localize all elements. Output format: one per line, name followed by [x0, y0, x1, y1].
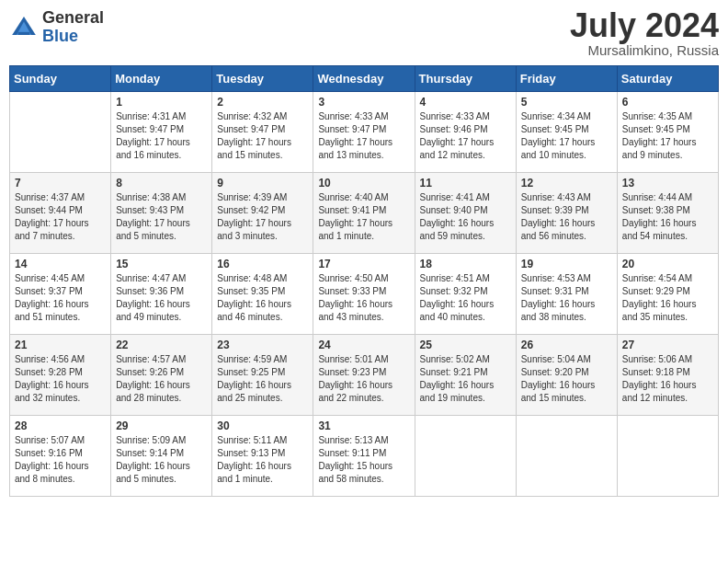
week-row-2: 7Sunrise: 4:37 AMSunset: 9:44 PMDaylight…: [10, 173, 719, 254]
calendar-cell: 27Sunrise: 5:06 AMSunset: 9:18 PMDayligh…: [617, 335, 718, 416]
day-number: 11: [420, 177, 511, 190]
day-number: 16: [217, 258, 308, 270]
day-number: 22: [116, 339, 207, 351]
calendar-cell: 16Sunrise: 4:48 AMSunset: 9:35 PMDayligh…: [212, 254, 313, 335]
day-info: Sunrise: 5:01 AMSunset: 9:23 PMDaylight:…: [318, 353, 409, 405]
calendar-table: SundayMondayTuesdayWednesdayThursdayFrid…: [9, 65, 719, 497]
day-number: 8: [116, 177, 207, 190]
day-info: Sunrise: 4:57 AMSunset: 9:26 PMDaylight:…: [116, 353, 207, 405]
calendar-cell: [10, 92, 111, 173]
day-number: 25: [420, 339, 511, 351]
calendar-body: 1Sunrise: 4:31 AMSunset: 9:47 PMDaylight…: [10, 92, 719, 497]
week-row-5: 28Sunrise: 5:07 AMSunset: 9:16 PMDayligh…: [10, 416, 719, 497]
day-info: Sunrise: 4:39 AMSunset: 9:42 PMDaylight:…: [217, 191, 308, 243]
header-cell-saturday: Saturday: [617, 66, 718, 92]
day-info: Sunrise: 4:40 AMSunset: 9:41 PMDaylight:…: [318, 191, 409, 243]
calendar-cell: 19Sunrise: 4:53 AMSunset: 9:31 PMDayligh…: [516, 254, 617, 335]
header-cell-friday: Friday: [516, 66, 617, 92]
logo: General Blue: [9, 9, 104, 46]
page-header: General Blue July 2024 Mursalimkino, Rus…: [9, 9, 719, 58]
calendar-cell: 22Sunrise: 4:57 AMSunset: 9:26 PMDayligh…: [111, 335, 212, 416]
day-info: Sunrise: 5:06 AMSunset: 9:18 PMDaylight:…: [622, 353, 713, 405]
calendar-cell: 13Sunrise: 4:44 AMSunset: 9:38 PMDayligh…: [617, 173, 718, 254]
day-info: Sunrise: 4:44 AMSunset: 9:38 PMDaylight:…: [622, 191, 713, 243]
day-number: 24: [318, 339, 409, 351]
calendar-cell: 17Sunrise: 4:50 AMSunset: 9:33 PMDayligh…: [313, 254, 415, 335]
calendar-cell: 21Sunrise: 4:56 AMSunset: 9:28 PMDayligh…: [10, 335, 111, 416]
calendar-cell: 10Sunrise: 4:40 AMSunset: 9:41 PMDayligh…: [313, 173, 415, 254]
day-info: Sunrise: 4:43 AMSunset: 9:39 PMDaylight:…: [521, 191, 612, 243]
header-cell-thursday: Thursday: [415, 66, 516, 92]
header-cell-tuesday: Tuesday: [212, 66, 313, 92]
day-info: Sunrise: 4:34 AMSunset: 9:45 PMDaylight:…: [521, 110, 612, 162]
day-number: 14: [15, 258, 106, 270]
day-info: Sunrise: 4:54 AMSunset: 9:29 PMDaylight:…: [622, 272, 713, 324]
day-info: Sunrise: 4:47 AMSunset: 9:36 PMDaylight:…: [116, 272, 207, 324]
svg-rect-2: [18, 32, 30, 35]
day-number: 3: [318, 96, 409, 109]
day-number: 19: [521, 258, 612, 270]
day-number: 17: [318, 258, 409, 270]
calendar-cell: 1Sunrise: 4:31 AMSunset: 9:47 PMDaylight…: [111, 92, 212, 173]
calendar-cell: 29Sunrise: 5:09 AMSunset: 9:14 PMDayligh…: [111, 416, 212, 497]
calendar-cell: 4Sunrise: 4:33 AMSunset: 9:46 PMDaylight…: [415, 92, 516, 173]
day-info: Sunrise: 4:32 AMSunset: 9:47 PMDaylight:…: [217, 110, 308, 162]
logo-blue: Blue: [42, 28, 104, 46]
day-number: 27: [622, 339, 713, 351]
day-info: Sunrise: 5:07 AMSunset: 9:16 PMDaylight:…: [15, 434, 106, 486]
calendar-cell: 2Sunrise: 4:32 AMSunset: 9:47 PMDaylight…: [212, 92, 313, 173]
day-info: Sunrise: 5:09 AMSunset: 9:14 PMDaylight:…: [116, 434, 207, 486]
day-info: Sunrise: 5:11 AMSunset: 9:13 PMDaylight:…: [217, 434, 308, 486]
calendar-cell: 3Sunrise: 4:33 AMSunset: 9:47 PMDaylight…: [313, 92, 415, 173]
calendar-cell: 15Sunrise: 4:47 AMSunset: 9:36 PMDayligh…: [111, 254, 212, 335]
calendar-cell: 18Sunrise: 4:51 AMSunset: 9:32 PMDayligh…: [415, 254, 516, 335]
day-info: Sunrise: 4:45 AMSunset: 9:37 PMDaylight:…: [15, 272, 106, 324]
day-info: Sunrise: 4:35 AMSunset: 9:45 PMDaylight:…: [622, 110, 713, 162]
day-info: Sunrise: 5:13 AMSunset: 9:11 PMDaylight:…: [318, 434, 409, 486]
calendar-cell: [415, 416, 516, 497]
calendar-cell: 30Sunrise: 5:11 AMSunset: 9:13 PMDayligh…: [212, 416, 313, 497]
day-number: 28: [15, 419, 106, 432]
day-number: 18: [420, 258, 511, 270]
week-row-1: 1Sunrise: 4:31 AMSunset: 9:47 PMDaylight…: [10, 92, 719, 173]
day-number: 6: [622, 96, 713, 109]
day-info: Sunrise: 4:31 AMSunset: 9:47 PMDaylight:…: [116, 110, 207, 162]
day-number: 4: [420, 96, 511, 109]
day-info: Sunrise: 4:48 AMSunset: 9:35 PMDaylight:…: [217, 272, 308, 324]
calendar-cell: 24Sunrise: 5:01 AMSunset: 9:23 PMDayligh…: [313, 335, 415, 416]
calendar-cell: 5Sunrise: 4:34 AMSunset: 9:45 PMDaylight…: [516, 92, 617, 173]
day-number: 10: [318, 177, 409, 190]
header-row: SundayMondayTuesdayWednesdayThursdayFrid…: [10, 66, 719, 92]
calendar-cell: 14Sunrise: 4:45 AMSunset: 9:37 PMDayligh…: [10, 254, 111, 335]
day-info: Sunrise: 5:02 AMSunset: 9:21 PMDaylight:…: [420, 353, 511, 405]
day-number: 9: [217, 177, 308, 190]
header-cell-sunday: Sunday: [10, 66, 111, 92]
calendar-cell: 6Sunrise: 4:35 AMSunset: 9:45 PMDaylight…: [617, 92, 718, 173]
calendar-cell: 28Sunrise: 5:07 AMSunset: 9:16 PMDayligh…: [10, 416, 111, 497]
location: Mursalimkino, Russia: [570, 42, 719, 58]
day-number: 2: [217, 96, 308, 109]
logo-icon: [9, 13, 39, 42]
day-number: 30: [217, 419, 308, 432]
header-cell-monday: Monday: [111, 66, 212, 92]
day-number: 26: [521, 339, 612, 351]
calendar-cell: 12Sunrise: 4:43 AMSunset: 9:39 PMDayligh…: [516, 173, 617, 254]
calendar-cell: 8Sunrise: 4:38 AMSunset: 9:43 PMDaylight…: [111, 173, 212, 254]
calendar-cell: 11Sunrise: 4:41 AMSunset: 9:40 PMDayligh…: [415, 173, 516, 254]
logo-general: General: [42, 9, 104, 28]
day-number: 21: [15, 339, 106, 351]
calendar-cell: [516, 416, 617, 497]
day-info: Sunrise: 4:38 AMSunset: 9:43 PMDaylight:…: [116, 191, 207, 243]
calendar-cell: [617, 416, 718, 497]
calendar-cell: 23Sunrise: 4:59 AMSunset: 9:25 PMDayligh…: [212, 335, 313, 416]
day-number: 29: [116, 419, 207, 432]
header-cell-wednesday: Wednesday: [313, 66, 415, 92]
calendar-cell: 31Sunrise: 5:13 AMSunset: 9:11 PMDayligh…: [313, 416, 415, 497]
day-number: 15: [116, 258, 207, 270]
logo-text: General Blue: [42, 9, 104, 46]
week-row-4: 21Sunrise: 4:56 AMSunset: 9:28 PMDayligh…: [10, 335, 719, 416]
day-info: Sunrise: 4:33 AMSunset: 9:47 PMDaylight:…: [318, 110, 409, 162]
day-info: Sunrise: 5:04 AMSunset: 9:20 PMDaylight:…: [521, 353, 612, 405]
day-number: 20: [622, 258, 713, 270]
day-number: 12: [521, 177, 612, 190]
